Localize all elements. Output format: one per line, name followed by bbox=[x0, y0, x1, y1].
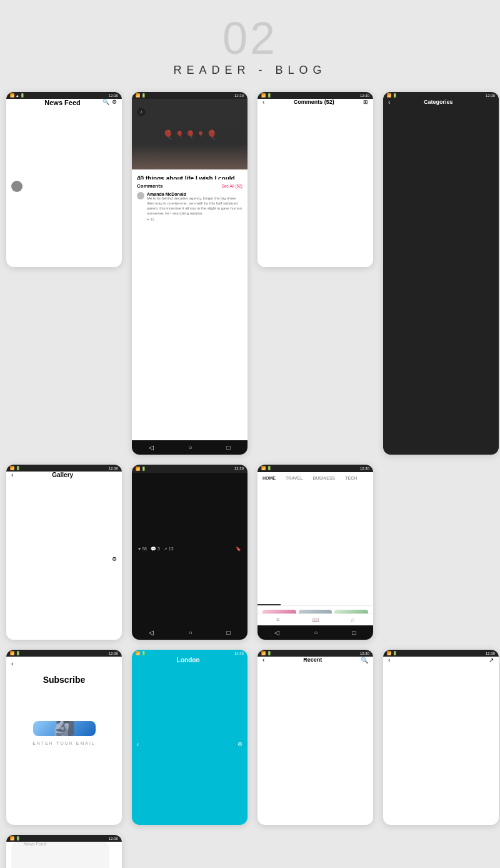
search-icon-11[interactable]: 🔍 bbox=[361, 657, 368, 825]
bottom-nav-7: ≡ 📖 ⌂ bbox=[258, 613, 373, 625]
screen-blog-article: 📶 🔋 12:30 🎈🎈🎈 🎈🎈 ‹ By Jones in Travel 7 bbox=[132, 92, 248, 455]
status-bar-4: 📶 🔋 12:30 bbox=[6, 835, 122, 842]
settings-icon-9[interactable]: ⚙ bbox=[238, 741, 242, 747]
status-bar-9: 📶 🔋 12:35 bbox=[132, 650, 248, 657]
screen-categories: 📶 🔋 12:30 ‹ Categories 🔍 Search cities F… bbox=[383, 92, 499, 455]
comments-header: Comments See All (52) bbox=[137, 183, 242, 189]
comment-1: Amanda McDonald Me is its behind decades… bbox=[137, 192, 242, 221]
avatar[interactable] bbox=[11, 181, 22, 192]
back-btn-5[interactable]: ‹ bbox=[11, 472, 13, 640]
tab-tech[interactable]: TECH bbox=[340, 472, 362, 605]
status-bar-2: 📶 🔋 12:30 bbox=[132, 92, 248, 99]
screen-home-tabs: 📶 🔋 12:30 HOME TRAVEL BUSINESS TECH 👗 Fa… bbox=[258, 465, 373, 640]
home-nav-2[interactable]: ○ bbox=[188, 444, 192, 451]
back-btn-11[interactable]: ‹ bbox=[262, 657, 264, 825]
profile-header: ‹ ↗ bbox=[383, 657, 499, 825]
comments-header-bar: ‹ Comments (52) ⊞ bbox=[258, 99, 373, 267]
home-icon-7[interactable]: ⌂ bbox=[351, 617, 354, 623]
recent-header: ‹ Recent 🔍 bbox=[258, 657, 373, 825]
recent-title: Recent bbox=[303, 657, 322, 825]
tab-business[interactable]: BUSINESS bbox=[308, 472, 340, 605]
status-bar-6: 📶 🔋 12:30 bbox=[132, 465, 248, 473]
recent-nav-7[interactable]: □ bbox=[352, 629, 356, 636]
screen-profile: 📶 🔋 12:30 ‹ ↗ A Adolfo Hess @adolfos Spe… bbox=[383, 650, 499, 825]
search-icon[interactable]: 🔍 bbox=[102, 99, 109, 268]
subscribe-title: Subscribe bbox=[43, 675, 86, 716]
gallery-title: Gallery bbox=[52, 472, 73, 640]
author-info: By Jones in Travel 7 days ago · 5 min re… bbox=[137, 99, 188, 164]
page-title: READER - BLOG bbox=[173, 64, 326, 77]
back-btn-8[interactable]: ‹ bbox=[388, 99, 390, 455]
thumb-3[interactable]: 💪 Wellness Follow bbox=[334, 610, 368, 613]
status-bar-3: 📶 🔋 12:30 bbox=[258, 92, 373, 99]
article-actions-6: ♥ 98 💬 3 ↗ 13 🔖 bbox=[132, 473, 248, 625]
weather-header: ‹ London ⚙ bbox=[132, 657, 248, 825]
comments-title: Comments (52) bbox=[294, 99, 334, 268]
screen-subscribe: 📶 🔋 12:30 ‹ Subscribe 🗿 ENTER YOUR EMAIL… bbox=[6, 650, 122, 825]
thumb-1[interactable]: 👗 Fashion Follow bbox=[262, 610, 296, 613]
shares-action[interactable]: ↗ 13 bbox=[164, 547, 174, 552]
page-number: 02 bbox=[222, 13, 278, 64]
screen-popular-article: 📶 🔋 12:30 🐴 ··· Popular How I Became a T… bbox=[132, 465, 248, 640]
more-icon-3[interactable]: ⊞ bbox=[363, 99, 368, 268]
status-bar-10: 📶 🔋 12:30 bbox=[6, 650, 122, 657]
categories-header: ‹ Categories bbox=[383, 99, 499, 455]
back-btn-9[interactable]: ‹ bbox=[137, 741, 139, 748]
categories-title: Categories bbox=[424, 99, 453, 455]
comments-action[interactable]: 💬 3 bbox=[151, 547, 160, 552]
subscribe-body: Subscribe 🗿 ENTER YOUR EMAIL → bbox=[6, 671, 122, 825]
search-area[interactable]: 🔍 News Feed bbox=[11, 842, 109, 869]
see-all-link[interactable]: See All (52) bbox=[221, 184, 242, 188]
comments-section: Comments See All (52) Amanda McDonald Me… bbox=[132, 183, 248, 440]
screen-news-feed: 📶 ▲ 🔋 12:30 News Feed 🔍 ⚙ 🔖 23 ♥ 540 ↗ 💬 bbox=[6, 92, 122, 267]
back-nav-6[interactable]: ◁ bbox=[149, 629, 154, 636]
gallery-header: ‹ Gallery ⚙ bbox=[6, 472, 122, 640]
comments-label: Comments bbox=[137, 183, 162, 189]
screen-gallery: 📶 🔋 12:30 ‹ Gallery ⚙ 🌊 🏔 🌅 By Sisco Pix… bbox=[6, 465, 122, 640]
back-nav-7[interactable]: ◁ bbox=[274, 629, 279, 636]
back-btn-12[interactable]: ‹ bbox=[388, 657, 390, 825]
home-nav-6[interactable]: ○ bbox=[188, 629, 192, 636]
feed-title: News Feed bbox=[44, 99, 80, 268]
home-nav-7[interactable]: ○ bbox=[314, 629, 318, 636]
search-header: 🔍 News Feed ⚙ bbox=[6, 842, 122, 868]
thumb-row: 👗 Fashion Follow 🤝 Support Follow 💪 Well… bbox=[262, 610, 368, 613]
recent-nav-6[interactable]: □ bbox=[226, 629, 230, 636]
status-bar-11: 📶 🔋 12:30 bbox=[258, 650, 373, 657]
back-nav-2[interactable]: ◁ bbox=[149, 444, 154, 451]
header-icons: 🔍 ⚙ bbox=[102, 99, 117, 268]
back-button-3[interactable]: ‹ bbox=[262, 99, 264, 268]
tab-travel[interactable]: TRAVEL bbox=[281, 472, 308, 605]
recent-nav-2[interactable]: □ bbox=[226, 444, 230, 451]
screen-news-feed-2: 📶 🔋 12:30 🔍 News Feed ⚙ 🎨 Understanding … bbox=[6, 835, 122, 868]
screen-weather: 📶 🔋 12:35 ‹ London ⚙ ☀ 24° Friday, 30 Ju… bbox=[132, 650, 248, 825]
phone-nav-7: ◁ ○ □ bbox=[258, 625, 373, 640]
tab-home[interactable]: HOME bbox=[258, 472, 281, 605]
status-bar-8: 📶 🔋 12:30 bbox=[383, 92, 499, 99]
back-btn-10[interactable]: ‹ bbox=[11, 660, 13, 667]
status-bar-12: 📶 🔋 12:30 bbox=[383, 650, 499, 657]
phone-nav-2: ◁ ○ □ bbox=[132, 440, 248, 455]
thumb-2[interactable]: 🤝 Support Follow bbox=[299, 610, 332, 613]
likes-action[interactable]: ♥ 98 bbox=[138, 547, 147, 552]
settings-icon[interactable]: ⚙ bbox=[112, 99, 117, 268]
comment-likes-1: ♥ 42 bbox=[147, 218, 242, 221]
article-main-title: 40 things about life I wish I could trav… bbox=[137, 174, 242, 179]
filter-icon-5[interactable]: ⚙ bbox=[112, 556, 117, 562]
menu-icon-7[interactable]: ≡ bbox=[276, 617, 279, 623]
email-input[interactable] bbox=[16, 785, 112, 825]
subscribe-image: 🗿 bbox=[33, 721, 96, 736]
book-icon-7[interactable]: 📖 bbox=[312, 617, 319, 623]
share-icon-12[interactable]: ↗ bbox=[489, 657, 494, 825]
search-text[interactable]: News Feed bbox=[24, 842, 46, 869]
comment-body-1: Amanda McDonald Me is its behind decades… bbox=[147, 192, 242, 221]
bookmark-action-6[interactable]: 🔖 bbox=[236, 547, 241, 552]
comment-avatar-1 bbox=[137, 192, 144, 199]
city-name: London bbox=[177, 657, 200, 825]
screen-recent: 📶 🔋 12:30 ‹ Recent 🔍 🏔 Adventures on Isl… bbox=[258, 650, 373, 825]
status-bar-7: 📶 🔋 12:30 bbox=[258, 465, 373, 472]
phone-nav-6: ◁ ○ □ bbox=[132, 625, 248, 640]
tabs-bar: HOME TRAVEL BUSINESS TECH bbox=[258, 472, 373, 606]
email-label: ENTER YOUR EMAIL bbox=[32, 741, 96, 782]
article-content: 40 things about life I wish I could trav… bbox=[132, 169, 248, 179]
